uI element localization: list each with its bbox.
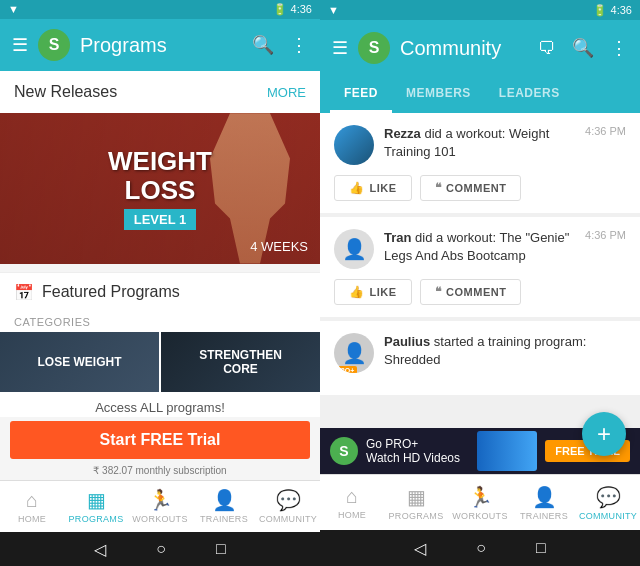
- like-button-rezza[interactable]: 👍 LIKE: [334, 175, 412, 201]
- avatar-tran: 👤: [334, 229, 374, 269]
- promo-strip-text: Go PRO+Watch HD Videos: [366, 437, 469, 465]
- nav-programs-right[interactable]: ▦ PROGRAMS: [384, 475, 448, 530]
- home-icon-right: ⌂: [346, 485, 358, 508]
- left-panel: ▼ 🔋 4:36 ☰ S Programs 🔍 ⋮ New Releases M…: [0, 0, 320, 566]
- category-grid: LOSE WEIGHT STRENGTHENCORE: [0, 332, 320, 394]
- nav-workouts-right[interactable]: 🏃 WORKOUTS: [448, 475, 512, 530]
- nav-community-right[interactable]: 💬 COMMUNITY: [576, 475, 640, 530]
- tab-feed[interactable]: FEED: [330, 76, 392, 113]
- home-button-right[interactable]: ○: [476, 539, 486, 557]
- left-header: ☰ S Programs 🔍 ⋮: [0, 19, 320, 72]
- feed-time-tran: 4:36 PM: [585, 229, 626, 241]
- nav-workouts-left[interactable]: 🏃 WORKOUTS: [128, 481, 192, 533]
- more-icon[interactable]: ⋮: [290, 34, 308, 56]
- status-bar-right: ▼ 🔋 4:36: [320, 0, 640, 20]
- recents-button[interactable]: □: [216, 540, 226, 558]
- trainers-icon-right: 👤: [532, 485, 557, 509]
- feed-text-paulius: Paulius started a training program: Shre…: [384, 333, 626, 369]
- feed-content-tran: Tran did a workout: The "Genie" Legs And…: [384, 229, 575, 265]
- signal-icon: ▼: [328, 4, 339, 16]
- programs-icon-right: ▦: [407, 485, 426, 509]
- search-icon[interactable]: 🔍: [252, 34, 274, 56]
- feed-content-rezza: Rezza did a workout: Weight Training 101: [384, 125, 575, 161]
- tab-leaders[interactable]: LEADERS: [485, 76, 574, 113]
- category-strengthen-core[interactable]: STRENGTHENCORE: [161, 332, 320, 392]
- hamburger-icon-right[interactable]: ☰: [332, 37, 348, 59]
- recents-button-right[interactable]: □: [536, 539, 546, 557]
- feed-text-rezza: Rezza did a workout: Weight Training 101: [384, 125, 575, 161]
- comment-icon-tran: ❝: [435, 285, 442, 299]
- calendar-icon: 📅: [14, 283, 34, 302]
- feed-content-paulius: Paulius started a training program: Shre…: [384, 333, 626, 369]
- workouts-icon-right: 🏃: [468, 485, 493, 509]
- home-icon: ⌂: [26, 489, 38, 512]
- wifi-icon: ▼: [8, 3, 19, 15]
- page-title-right: Community: [400, 37, 528, 60]
- home-button[interactable]: ○: [156, 540, 166, 558]
- comment-button-rezza[interactable]: ❝ COMMENT: [420, 175, 522, 201]
- feed-list: Rezza did a workout: Weight Training 101…: [320, 113, 640, 428]
- programs-icon: ▦: [87, 488, 106, 512]
- fab-button[interactable]: +: [582, 412, 626, 456]
- right-panel: ▼ 🔋 4:36 ☰ S Community 🗨 🔍 ⋮ FEED MEMBER…: [320, 0, 640, 566]
- category-strengthen-label: STRENGTHENCORE: [193, 348, 288, 376]
- banner-weeks: 4 WEEKS: [250, 239, 308, 254]
- category-lose-weight[interactable]: LOSE WEIGHT: [0, 332, 159, 392]
- back-button[interactable]: ◁: [94, 540, 106, 559]
- trial-button[interactable]: Start FREE Trial: [10, 421, 310, 459]
- feed-item-tran: 👤 Tran did a workout: The "Genie" Legs A…: [320, 217, 640, 317]
- community-icon-right: 💬: [596, 485, 621, 509]
- community-tabs: FEED MEMBERS LEADERS: [320, 76, 640, 113]
- workouts-icon: 🏃: [148, 488, 173, 512]
- more-link[interactable]: MORE: [267, 85, 306, 100]
- avatar-rezza: [334, 125, 374, 165]
- android-nav-right: ◁ ○ □: [320, 530, 640, 566]
- battery-icon-right: 🔋: [593, 4, 607, 17]
- categories-label: CATEGORIES: [0, 308, 320, 332]
- back-button-right[interactable]: ◁: [414, 539, 426, 558]
- feed-item-rezza: Rezza did a workout: Weight Training 101…: [320, 113, 640, 213]
- battery-icon: 🔋: [273, 3, 287, 16]
- like-icon-tran: 👍: [349, 285, 365, 299]
- app-logo-right: S: [358, 32, 390, 64]
- tab-members[interactable]: MEMBERS: [392, 76, 485, 113]
- more-icon-right[interactable]: ⋮: [610, 37, 628, 59]
- banner-level-badge: LEVEL 1: [124, 209, 197, 230]
- feed-actions-rezza: 👍 LIKE ❝ COMMENT: [334, 175, 626, 201]
- promo-logo: S: [330, 437, 358, 465]
- nav-home-right[interactable]: ⌂ HOME: [320, 475, 384, 530]
- trial-subscription-text: ₹ 382.07 monthly subscription: [0, 463, 320, 480]
- feed-actions-tran: 👍 LIKE ❝ COMMENT: [334, 279, 626, 305]
- feed-item-paulius: 👤 PRO+ Paulius started a training progra…: [320, 321, 640, 395]
- hamburger-icon[interactable]: ☰: [12, 34, 28, 56]
- trainers-icon: 👤: [212, 488, 237, 512]
- app-logo-left: S: [38, 29, 70, 61]
- nav-home-left[interactable]: ⌂ HOME: [0, 481, 64, 533]
- community-icon: 💬: [276, 488, 301, 512]
- featured-programs-section: 📅 Featured Programs: [0, 272, 320, 308]
- new-releases-header: New Releases MORE: [0, 71, 320, 113]
- comment-button-tran[interactable]: ❝ COMMENT: [420, 279, 522, 305]
- banner-title-line2: LOSS: [108, 176, 212, 205]
- new-releases-title: New Releases: [14, 83, 117, 101]
- status-bar-left: ▼ 🔋 4:36: [0, 0, 320, 19]
- pro-badge: PRO+: [334, 366, 357, 373]
- chat-icon[interactable]: 🗨: [538, 38, 556, 59]
- bottom-nav-left: ⌂ HOME ▦ PROGRAMS 🏃 WORKOUTS 👤 TRAINERS …: [0, 480, 320, 533]
- feed-time-rezza: 4:36 PM: [585, 125, 626, 137]
- android-nav-left: ◁ ○ □: [0, 532, 320, 566]
- like-icon: 👍: [349, 181, 365, 195]
- banner-text-group: WEIGHT LOSS LEVEL 1: [108, 147, 212, 229]
- nav-programs-left[interactable]: ▦ PROGRAMS: [64, 481, 128, 533]
- nav-trainers-left[interactable]: 👤 TRAINERS: [192, 481, 256, 533]
- time-right: 4:36: [611, 4, 632, 16]
- comment-icon: ❝: [435, 181, 442, 195]
- nav-trainers-right[interactable]: 👤 TRAINERS: [512, 475, 576, 530]
- nav-community-left[interactable]: 💬 COMMUNITY: [256, 481, 320, 533]
- right-header: ☰ S Community 🗨 🔍 ⋮: [320, 20, 640, 76]
- search-icon-right[interactable]: 🔍: [572, 37, 594, 59]
- like-button-tran[interactable]: 👍 LIKE: [334, 279, 412, 305]
- promo-swim-image: [477, 431, 537, 471]
- bottom-nav-right: ⌂ HOME ▦ PROGRAMS 🏃 WORKOUTS 👤 TRAINERS …: [320, 474, 640, 530]
- weight-loss-banner[interactable]: WEIGHT LOSS LEVEL 1 4 WEEKS: [0, 113, 320, 263]
